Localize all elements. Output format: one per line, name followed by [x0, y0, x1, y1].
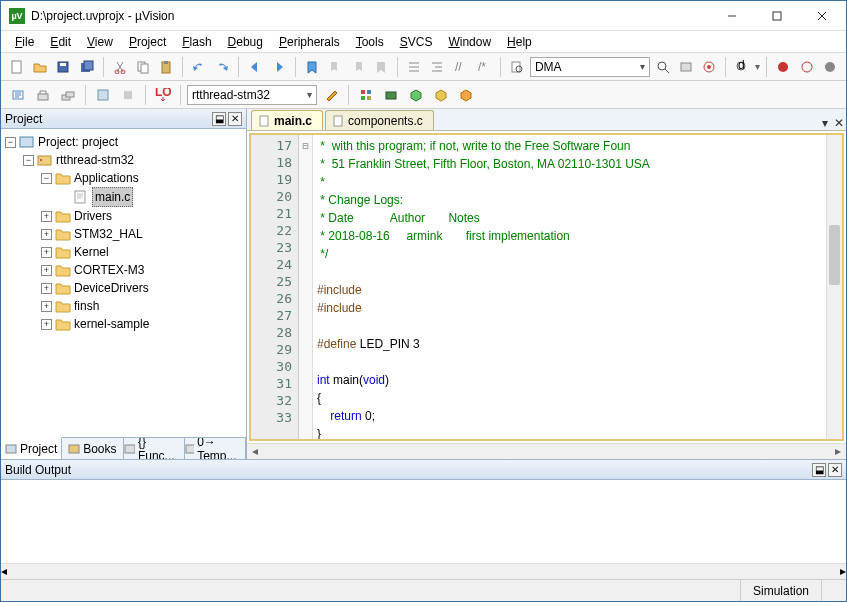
menu-tools[interactable]: Tools: [348, 33, 392, 51]
comment-button[interactable]: //: [450, 56, 470, 78]
svg-rect-1: [773, 12, 781, 20]
expand-toggle[interactable]: +: [41, 283, 52, 294]
menu-flash[interactable]: Flash: [174, 33, 219, 51]
scroll-left-button[interactable]: ◂: [247, 444, 263, 459]
folder-icon: [55, 245, 71, 259]
bottom-tab[interactable]: 0→ Temp...: [185, 438, 246, 459]
project-root-label: Project: project: [38, 133, 118, 151]
manage-components-button[interactable]: [455, 84, 477, 106]
minimize-button[interactable]: [709, 2, 754, 30]
svg-rect-32: [66, 92, 74, 97]
target-icon: [37, 153, 53, 167]
save-button[interactable]: [53, 56, 73, 78]
menu-peripherals[interactable]: Peripherals: [271, 33, 348, 51]
group-label: Drivers: [74, 207, 112, 225]
panel-close-button[interactable]: ✕: [228, 112, 242, 126]
menu-svcs[interactable]: SVCS: [392, 33, 441, 51]
menu-project[interactable]: Project: [121, 33, 174, 51]
code-editor[interactable]: 17 18 19 20 21 22 23 24 25 26 27 28 29 3…: [249, 133, 844, 441]
paste-button[interactable]: [156, 56, 176, 78]
project-tree[interactable]: − Project: project − rtthread-stm32 −App…: [1, 129, 246, 437]
find-combo[interactable]: DMA: [530, 57, 650, 77]
target-combo-value: rtthread-stm32: [192, 88, 270, 102]
maximize-button[interactable]: [754, 2, 799, 30]
menu-edit[interactable]: Edit: [42, 33, 79, 51]
bookmark-clear-button[interactable]: [371, 56, 391, 78]
code-content[interactable]: * with this program; if not, write to th…: [313, 135, 826, 439]
menu-debug[interactable]: Debug: [220, 33, 271, 51]
outdent-button[interactable]: [427, 56, 447, 78]
menu-help[interactable]: Help: [499, 33, 540, 51]
panel-pin-button[interactable]: ⬓: [812, 463, 826, 477]
find-in-files-button[interactable]: [507, 56, 527, 78]
menu-file[interactable]: File: [7, 33, 42, 51]
file-tab[interactable]: components.c: [325, 110, 434, 130]
expand-toggle[interactable]: +: [41, 265, 52, 276]
rebuild-button[interactable]: [57, 84, 79, 106]
build-button[interactable]: [32, 84, 54, 106]
target-options-button[interactable]: [320, 84, 342, 106]
close-button[interactable]: [799, 2, 844, 30]
expand-toggle[interactable]: −: [5, 137, 16, 148]
redo-button[interactable]: [212, 56, 232, 78]
horizontal-scrollbar[interactable]: ◂ ▸: [247, 443, 846, 459]
bottom-tab[interactable]: Books: [62, 438, 123, 459]
expand-toggle[interactable]: +: [41, 211, 52, 222]
cut-button[interactable]: [110, 56, 130, 78]
nav-back-button[interactable]: [245, 56, 265, 78]
find-button[interactable]: [653, 56, 673, 78]
tab-close-button[interactable]: ✕: [832, 116, 846, 130]
bookmark-button[interactable]: [302, 56, 322, 78]
indent-button[interactable]: [404, 56, 424, 78]
breakpoint-disable-button[interactable]: [797, 56, 817, 78]
manage-project-button[interactable]: [355, 84, 377, 106]
bookmark-prev-button[interactable]: [325, 56, 345, 78]
undo-button[interactable]: [189, 56, 209, 78]
new-file-button[interactable]: [7, 56, 27, 78]
breakpoint-kill-button[interactable]: [820, 56, 840, 78]
tab-menu-button[interactable]: ▾: [818, 116, 832, 130]
panel-close-button[interactable]: ✕: [828, 463, 842, 477]
file-label[interactable]: main.c: [92, 187, 133, 207]
menu-view[interactable]: View: [79, 33, 121, 51]
scroll-right-button[interactable]: ▸: [830, 444, 846, 459]
build-output-body[interactable]: [1, 480, 846, 563]
group-label: STM32_HAL: [74, 225, 143, 243]
save-all-button[interactable]: [77, 56, 97, 78]
fold-gutter[interactable]: ⊟: [299, 135, 313, 439]
batch-build-button[interactable]: [92, 84, 114, 106]
select-packs-button[interactable]: [405, 84, 427, 106]
open-file-button[interactable]: [30, 56, 50, 78]
expand-toggle[interactable]: −: [23, 155, 34, 166]
manage-rtx-button[interactable]: [380, 84, 402, 106]
debug-session-button[interactable]: d: [732, 56, 752, 78]
build-output-scroll[interactable]: ◂▸: [1, 563, 846, 579]
debug-button[interactable]: [699, 56, 719, 78]
menu-window[interactable]: Window: [440, 33, 499, 51]
copy-button[interactable]: [133, 56, 153, 78]
svg-rect-6: [60, 63, 66, 66]
stop-build-button[interactable]: [117, 84, 139, 106]
panel-pin-button[interactable]: ⬓: [212, 112, 226, 126]
expand-toggle[interactable]: +: [41, 229, 52, 240]
expand-toggle[interactable]: +: [41, 301, 52, 312]
pack-installer-button[interactable]: [430, 84, 452, 106]
uncomment-button[interactable]: /*: [474, 56, 494, 78]
expand-toggle[interactable]: +: [41, 247, 52, 258]
file-icon: [332, 115, 344, 127]
file-tab[interactable]: main.c: [251, 110, 323, 130]
vertical-scrollbar[interactable]: [826, 135, 842, 439]
bookmark-next-button[interactable]: [348, 56, 368, 78]
bottom-tab[interactable]: {} Func...: [124, 438, 185, 459]
nav-forward-button[interactable]: [268, 56, 288, 78]
incremental-find-button[interactable]: [676, 56, 696, 78]
scrollbar-thumb[interactable]: [829, 225, 840, 285]
download-button[interactable]: LOAD: [152, 84, 174, 106]
target-combo[interactable]: rtthread-stm32: [187, 85, 317, 105]
work-area: Project ⬓ ✕ − Project: project −: [1, 109, 846, 459]
bottom-tab[interactable]: Project: [1, 437, 62, 459]
expand-toggle[interactable]: −: [41, 173, 52, 184]
expand-toggle[interactable]: +: [41, 319, 52, 330]
breakpoint-insert-button[interactable]: [773, 56, 793, 78]
translate-button[interactable]: [7, 84, 29, 106]
